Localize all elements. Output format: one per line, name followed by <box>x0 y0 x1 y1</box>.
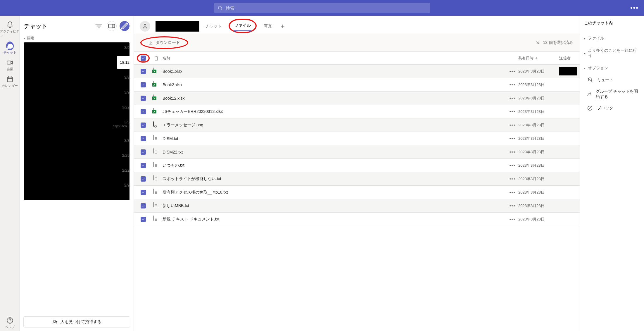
chat-item-date: 3/9 <box>124 45 130 50</box>
chat-item-preview: https://tea... <box>113 124 130 128</box>
file-row[interactable]: Book2.xlsx•••2023年3月23日 <box>134 78 580 92</box>
file-shared-date: 2023年3月23日 <box>518 203 559 208</box>
file-more-button[interactable]: ••• <box>507 69 518 74</box>
tab-add[interactable]: ＋ <box>279 16 286 36</box>
file-more-button[interactable]: ••• <box>507 96 518 101</box>
chatlist-title: チャット <box>24 22 91 30</box>
svg-point-21 <box>588 93 589 94</box>
file-more-button[interactable]: ••• <box>507 217 518 222</box>
file-type-icon <box>150 56 163 61</box>
file-row[interactable]: JSチェッカーERR20230313.xlsx•••2023年3月23日 <box>134 105 580 118</box>
file-row[interactable]: いつもの.txt•••2023年3月23日 <box>134 159 580 172</box>
file-more-button[interactable]: ••• <box>507 163 518 168</box>
details-more-toggle[interactable]: ▸より多くのことを一緒に行う <box>584 44 640 62</box>
file-row[interactable]: 新しいMBB.txt•••2023年3月23日 <box>134 199 580 213</box>
column-shared-date[interactable]: 共有日時 <box>518 56 559 61</box>
excel-file-icon <box>153 95 159 102</box>
file-name: 新しいMBB.txt <box>163 203 507 208</box>
chat-item-date: 2/25 <box>122 153 130 158</box>
file-checkbox[interactable] <box>141 136 146 141</box>
invite-people-button[interactable]: 人を見つけて招待する <box>23 316 130 327</box>
file-shared-date: 2023年3月23日 <box>518 149 559 155</box>
file-row[interactable]: Book12.xlsx•••2023年3月23日 <box>134 92 580 105</box>
download-button[interactable]: ダウンロード <box>145 38 184 47</box>
app-more-button[interactable]: ••• <box>630 4 639 12</box>
tab-photos[interactable]: 写真 <box>263 18 272 34</box>
file-more-button[interactable]: ••• <box>507 177 518 181</box>
file-more-button[interactable]: ••• <box>507 190 518 195</box>
contact-avatar[interactable] <box>140 21 150 32</box>
file-shared-date: 2023年3月23日 <box>518 190 559 195</box>
file-checkbox[interactable] <box>141 163 146 168</box>
chat-item-date: 2/22 <box>122 168 130 173</box>
file-list: Book1.xlsx•••2023年3月23日Book2.xlsx•••2023… <box>134 65 580 331</box>
file-checkbox[interactable] <box>141 176 146 182</box>
tab-chat[interactable]: チャット <box>205 18 222 34</box>
chat-details-panel: このチャット内 ▸ファイル ▸より多くのことを一緒に行う ▾オプション ミュート… <box>580 16 644 331</box>
file-checkbox[interactable] <box>141 190 146 195</box>
clear-selection-button[interactable]: 12 個を選択済み <box>536 40 573 45</box>
file-shared-date: 2023年3月23日 <box>518 217 559 222</box>
pinned-section-toggle[interactable]: ▾ 固定 <box>20 34 134 42</box>
svg-rect-3 <box>7 77 12 82</box>
details-files-toggle[interactable]: ▸ファイル <box>584 32 640 44</box>
file-name: 新規 テキスト ドキュメント.txt <box>163 217 507 222</box>
file-more-button[interactable]: ••• <box>507 150 518 154</box>
meet-now-button[interactable] <box>107 21 117 31</box>
chat-item-date: 3/5 <box>124 120 130 124</box>
file-checkbox[interactable] <box>141 123 146 128</box>
file-shared-date: 2023年3月23日 <box>518 82 559 87</box>
file-checkbox[interactable] <box>141 217 146 222</box>
file-checkbox[interactable] <box>141 109 146 114</box>
file-name: DISM22.txt <box>163 150 507 154</box>
rail-activity[interactable]: アクティビティ <box>0 19 20 40</box>
option-group-chat[interactable]: グループ チャットを開始する <box>584 86 640 102</box>
file-name: Book12.xlsx <box>163 96 507 101</box>
rail-calendar[interactable]: カレンダー <box>0 73 20 90</box>
search-box[interactable] <box>214 3 430 13</box>
file-more-button[interactable]: ••• <box>507 109 518 114</box>
filter-button[interactable] <box>94 21 104 31</box>
chat-item-date: 18:12 <box>117 56 132 69</box>
file-more-button[interactable]: ••• <box>507 123 518 127</box>
option-mute[interactable]: ミュート <box>584 74 640 86</box>
file-checkbox[interactable] <box>141 69 146 74</box>
file-more-button[interactable]: ••• <box>507 204 518 208</box>
file-row[interactable]: DISM.txt•••2023年3月23日 <box>134 132 580 145</box>
file-more-button[interactable]: ••• <box>507 82 518 87</box>
title-bar: ••• <box>0 0 644 16</box>
rail-chat[interactable]: チャット <box>0 40 20 56</box>
tab-files[interactable]: ファイル <box>234 20 251 31</box>
download-icon <box>149 40 153 45</box>
rail-meeting[interactable]: 会議 <box>0 56 20 73</box>
text-file-icon <box>153 162 159 169</box>
file-row[interactable]: 所有権アクセス権の奪取__7to10.txt•••2023年3月23日 <box>134 186 580 199</box>
file-row[interactable]: スポットライトが機能しない.txt•••2023年3月23日 <box>134 172 580 186</box>
file-row[interactable]: 新規 テキスト ドキュメント.txt•••2023年3月23日 <box>134 213 580 226</box>
file-row[interactable]: Book1.xlsx•••2023年3月23日 <box>134 65 580 78</box>
file-shared-date: 2023年3月23日 <box>518 96 559 101</box>
select-all-checkbox[interactable] <box>141 56 146 61</box>
file-shared-date: 2023年3月23日 <box>518 176 559 182</box>
column-sender[interactable]: 送信者 <box>559 56 577 61</box>
file-name: いつもの.txt <box>163 163 507 168</box>
svg-line-26 <box>588 106 592 110</box>
file-row[interactable]: DISM22.txt•••2023年3月23日 <box>134 145 580 159</box>
column-name[interactable]: 名前 <box>163 56 507 61</box>
compose-button[interactable] <box>120 21 130 31</box>
file-checkbox[interactable] <box>141 82 146 87</box>
chevron-down-icon: ▾ <box>24 37 25 40</box>
file-checkbox[interactable] <box>141 149 146 155</box>
search-input[interactable] <box>225 5 427 11</box>
contact-name-redacted <box>156 21 199 32</box>
file-row[interactable]: エラーメッセージ.png•••2023年3月23日 <box>134 118 580 132</box>
file-more-button[interactable]: ••• <box>507 136 518 141</box>
file-checkbox[interactable] <box>141 96 146 101</box>
text-file-icon <box>153 135 159 142</box>
rail-help[interactable]: ヘルプ <box>0 314 20 331</box>
details-options-toggle[interactable]: ▾オプション <box>584 62 640 74</box>
file-checkbox[interactable] <box>141 203 146 208</box>
chat-item-date: 3/3 <box>124 138 130 143</box>
option-block[interactable]: ブロック <box>584 102 640 114</box>
file-name: Book2.xlsx <box>163 82 507 87</box>
